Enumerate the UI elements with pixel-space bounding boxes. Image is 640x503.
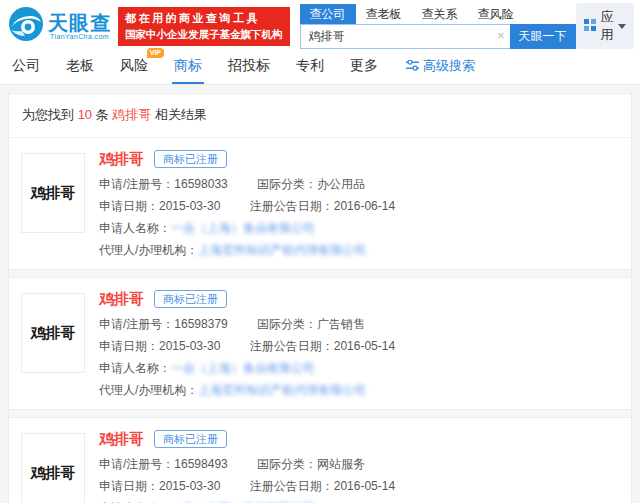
- advanced-search-link[interactable]: 高级搜索: [406, 57, 475, 84]
- trademark-card: 鸡排哥 鸡排哥 商标已注册 申请/注册号：16598379 国际分类：广告销售 …: [9, 278, 631, 409]
- reg-no-label: 申请/注册号：: [99, 457, 174, 471]
- agent-link[interactable]: 上海宏邦知识产权代理有限公司: [198, 383, 366, 397]
- reg-no-value: 16598493: [174, 457, 227, 471]
- applicant-label: 申请人名称：: [99, 221, 171, 235]
- apply-date-value: 2015-03-30: [159, 339, 220, 353]
- clear-icon[interactable]: ×: [497, 28, 505, 44]
- class-value: 广告销售: [317, 317, 365, 331]
- results-summary: 为您找到 10 条 鸡排哥 相关结果: [9, 94, 631, 138]
- search-tabs: 查公司 查老板 查关系 查风险: [300, 4, 576, 24]
- trademark-card: 鸡排哥 鸡排哥 商标已注册 申请/注册号：16598493 国际分类：网站服务 …: [9, 418, 631, 503]
- registration-row: 申请/注册号：16598493 国际分类：网站服务: [99, 457, 395, 471]
- reg-no-value: 16598379: [174, 317, 227, 331]
- tianyancha-eye-icon: [8, 6, 44, 46]
- apply-date-label: 申请日期：: [99, 479, 159, 493]
- promo-banner: 都在用的商业查询工具 国家中小企业发展子基金旗下机构: [118, 7, 290, 46]
- search-button[interactable]: 天眼一下: [510, 24, 576, 49]
- applicant-link[interactable]: 一合（上海）食品有限公司: [171, 221, 315, 235]
- pub-date-value: 2016-05-14: [334, 339, 395, 353]
- registration-row: 申请/注册号：16598379 国际分类：广告销售: [99, 317, 395, 331]
- apply-date-value: 2015-03-30: [159, 479, 220, 493]
- search-block: 查公司 查老板 查关系 查风险 × 天眼一下: [300, 4, 576, 49]
- apply-date-value: 2015-03-30: [159, 199, 220, 213]
- apply-date-label: 申请日期：: [99, 199, 159, 213]
- results-container: 为您找到 10 条 鸡排哥 相关结果 鸡排哥 鸡排哥 商标已注册 申请/注册号：…: [8, 93, 632, 503]
- search-tab-relation[interactable]: 查关系: [412, 4, 468, 24]
- tianyancha-logo[interactable]: 天眼查 TianYanCha.com: [8, 6, 111, 46]
- trademark-image[interactable]: 鸡排哥: [21, 293, 85, 373]
- logo-subtitle: TianYanCha.com: [48, 33, 111, 40]
- applicant-row: 申请人名称：一合（上海）食品有限公司: [99, 361, 395, 375]
- nav-item-trademark[interactable]: 商标: [172, 57, 204, 84]
- agent-row: 代理人/办理机构：上海宏邦知识产权代理有限公司: [99, 383, 395, 397]
- apps-label: 应用: [601, 8, 614, 44]
- dates-row: 申请日期：2015-03-30 注册公告日期：2016-05-14: [99, 479, 395, 493]
- class-label: 国际分类：: [257, 317, 317, 331]
- agent-label: 代理人/办理机构：: [99, 383, 198, 397]
- apps-dropdown[interactable]: 应用: [576, 3, 634, 49]
- search-tab-risk[interactable]: 查风险: [468, 4, 524, 24]
- trademark-card: 鸡排哥 鸡排哥 商标已注册 申请/注册号：16598033 国际分类：办公用品 …: [9, 138, 631, 269]
- nav-item-company[interactable]: 公司: [10, 57, 42, 84]
- applicant-label: 申请人名称：: [99, 361, 171, 375]
- registration-row: 申请/注册号：16598033 国际分类：办公用品: [99, 177, 395, 191]
- dates-row: 申请日期：2015-03-30 注册公告日期：2016-05-14: [99, 339, 395, 353]
- reg-no-label: 申请/注册号：: [99, 317, 174, 331]
- class-label: 国际分类：: [257, 177, 317, 191]
- card-separator: [9, 269, 631, 278]
- agent-row: 代理人/办理机构：上海宏邦知识产权代理有限公司: [99, 243, 395, 257]
- trademark-image[interactable]: 鸡排哥: [21, 153, 85, 233]
- promo-line2: 国家中小企业发展子基金旗下机构: [125, 28, 283, 42]
- search-keyword: 鸡排哥: [112, 107, 151, 122]
- reg-no-value: 16598033: [174, 177, 227, 191]
- result-count: 10: [78, 107, 92, 122]
- class-value: 办公用品: [317, 177, 365, 191]
- pub-date-label: 注册公告日期：: [250, 199, 334, 213]
- applicant-row: 申请人名称：一合（上海）食品有限公司: [99, 221, 395, 235]
- trademark-status-badge: 商标已注册: [154, 150, 227, 168]
- trademark-title-link[interactable]: 鸡排哥: [99, 290, 144, 309]
- trademark-title-link[interactable]: 鸡排哥: [99, 150, 144, 169]
- nav-item-patent[interactable]: 专利: [294, 57, 326, 84]
- agent-link[interactable]: 上海宏邦知识产权代理有限公司: [198, 243, 366, 257]
- advanced-search-label: 高级搜索: [423, 57, 475, 75]
- pub-date-label: 注册公告日期：: [250, 479, 334, 493]
- filter-sliders-icon: [406, 59, 419, 74]
- trademark-status-badge: 商标已注册: [154, 290, 227, 308]
- trademark-title-link[interactable]: 鸡排哥: [99, 430, 144, 449]
- vip-badge: VIP: [147, 48, 164, 58]
- nav-item-boss[interactable]: 老板: [64, 57, 96, 84]
- results-area: 为您找到 10 条 鸡排哥 相关结果 鸡排哥 鸡排哥 商标已注册 申请/注册号：…: [0, 85, 640, 503]
- class-value: 网站服务: [317, 457, 365, 471]
- apps-grid-icon: [584, 19, 596, 34]
- trademark-status-badge: 商标已注册: [154, 430, 227, 448]
- applicant-link[interactable]: 一合（上海）食品有限公司: [171, 361, 315, 375]
- class-label: 国际分类：: [257, 457, 317, 471]
- reg-no-label: 申请/注册号：: [99, 177, 174, 191]
- pub-date-label: 注册公告日期：: [250, 339, 334, 353]
- search-tab-company[interactable]: 查公司: [300, 4, 356, 24]
- apply-date-label: 申请日期：: [99, 339, 159, 353]
- card-separator: [9, 409, 631, 418]
- promo-line1: 都在用的商业查询工具: [125, 11, 283, 26]
- logo-title: 天眼查: [48, 13, 111, 33]
- nav-item-bidding[interactable]: 招投标: [226, 57, 272, 84]
- search-tab-boss[interactable]: 查老板: [356, 4, 412, 24]
- dates-row: 申请日期：2015-03-30 注册公告日期：2016-06-14: [99, 199, 395, 213]
- trademark-image[interactable]: 鸡排哥: [21, 433, 85, 503]
- nav-item-risk[interactable]: 风险 VIP: [118, 57, 150, 84]
- top-header: 天眼查 TianYanCha.com 都在用的商业查询工具 国家中小企业发展子基…: [0, 0, 640, 52]
- category-nav: 公司 老板 风险 VIP 商标 招投标 专利 更多 高级搜索: [0, 52, 640, 85]
- search-input[interactable]: [300, 24, 510, 49]
- agent-label: 代理人/办理机构：: [99, 243, 198, 257]
- nav-item-more[interactable]: 更多: [348, 57, 380, 84]
- pub-date-value: 2016-06-14: [334, 199, 395, 213]
- caret-down-icon: [618, 24, 626, 29]
- pub-date-value: 2016-05-14: [334, 479, 395, 493]
